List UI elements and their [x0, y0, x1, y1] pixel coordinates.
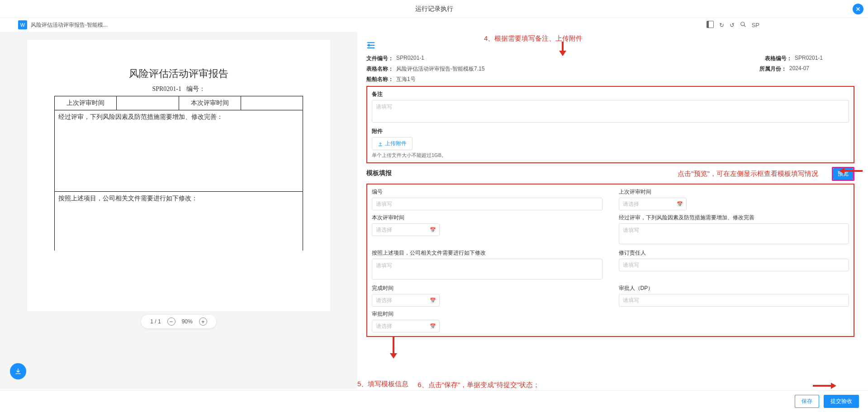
annotation-arrow [839, 168, 844, 175]
company-docs-input[interactable] [372, 259, 602, 279]
calendar-icon: 📅 [677, 201, 683, 207]
approver-input[interactable] [619, 294, 849, 307]
annotation-arrow [390, 353, 854, 360]
field-approver: 审批人（DP） [619, 284, 849, 307]
field-number: 编号 [372, 188, 602, 210]
bottom-annotations: 5、填写模板信息 6、点击"保存"，单据变成"待提交"状态； 点击"提交验收"，… [357, 380, 809, 390]
form-panel: 4、根据需要填写备注、上传附件 文件编号：SPR0201-1 表格编号：SPR0… [357, 32, 868, 389]
table-row: 按照上述项目，公司相关文件需要进行如下修改： [55, 192, 303, 251]
info-row-3: 船舶名称：互海1号 [366, 76, 854, 83]
remark-label: 备注 [372, 90, 849, 98]
zoom-out-button[interactable]: − [167, 317, 175, 326]
ship-name-value: 互海1号 [396, 76, 416, 83]
annotation-4: 4、根据需要填写备注、上传附件 [484, 34, 583, 43]
preview-table: 上次评审时间 本次评审时间 经过评审，下列风险因素及防范措施需要增加、修改完善：… [54, 96, 303, 251]
download-icon [14, 368, 22, 375]
rotate-right-icon[interactable]: ↻ [719, 22, 724, 28]
info-row-2: 表格名称：风险评估活动评审报告-智能模板7.15 所属月份：2024-07 [366, 65, 854, 73]
main-content: 风险评估活动评审报告 SPR0201-1 编号： 上次评审时间 本次评审时间 经… [0, 32, 868, 389]
cell-last-review-value [117, 96, 179, 110]
month-label: 所属月份： [759, 65, 787, 73]
template-section-header: 模板填报 点击"预览"，可在左侧显示框查看模板填写情况 预览 [366, 167, 854, 181]
close-icon [855, 6, 861, 12]
document-toolbar: W 风险评估活动评审报告-智能模... ↻ ↺ SP [0, 18, 868, 32]
upload-icon [378, 141, 383, 147]
cell-this-review-label: 本次评审时间 [179, 96, 241, 110]
field-this-review-time: 本次评审时间 📅 [372, 214, 602, 246]
table-name-value: 风险评估活动评审报告-智能模板7.15 [396, 65, 484, 73]
field-risk-factors: 经过评审，下列风险因素及防范措施需要增加、修改完善 [619, 214, 849, 246]
table-row: 经过评审，下列风险因素及防范措施需要增加、修改完善： [55, 110, 303, 192]
pdf-controls: 1 / 1 − 90% + [141, 315, 216, 328]
annotation-5: 5、填写模板信息 [357, 380, 408, 388]
sp-label[interactable]: SP [752, 22, 759, 28]
download-button[interactable] [10, 363, 26, 379]
page-title: 运行记录执行 [415, 5, 453, 13]
collapse-icon[interactable] [366, 41, 375, 51]
remark-input[interactable] [372, 100, 849, 123]
page-indicator: 1 / 1 [150, 318, 161, 325]
template-section-title: 模板填报 [366, 169, 392, 177]
table-no-label: 表格编号： [765, 55, 792, 62]
zoom-in-button[interactable]: + [199, 317, 207, 326]
preview-document: 风险评估活动评审报告 SPR0201-1 编号： 上次评审时间 本次评审时间 经… [27, 40, 330, 311]
table-name-label: 表格名称： [366, 65, 394, 73]
toolbar-actions: ↻ ↺ SP [707, 21, 759, 29]
file-no-label: 文件编号： [366, 55, 394, 62]
annotation-preview: 点击"预览"，可在左侧显示框查看模板填写情况 [678, 170, 818, 178]
number-input[interactable] [372, 198, 602, 210]
field-completion-time: 完成时间 📅 [372, 284, 602, 307]
field-last-review-time: 上次评审时间 📅 [619, 188, 849, 210]
attachment-label: 附件 [372, 128, 849, 135]
zoom-level: 90% [182, 318, 193, 325]
revision-person-input[interactable] [619, 259, 849, 271]
preview-panel: 风险评估活动评审报告 SPR0201-1 编号： 上次评审时间 本次评审时间 经… [0, 32, 357, 389]
calendar-icon: 📅 [430, 227, 436, 233]
cell-last-review-label: 上次评审时间 [55, 96, 117, 110]
rotate-left-icon[interactable]: ↺ [730, 22, 735, 28]
cell-risk-factors: 经过评审，下列风险因素及防范措施需要增加、修改完善： [55, 110, 303, 192]
annotation-arrow [831, 383, 836, 390]
search-icon[interactable] [740, 21, 746, 29]
table-row: 上次评审时间 本次评审时间 [55, 96, 303, 110]
preview-title: 风险评估活动评审报告 [32, 67, 326, 81]
info-row-1: 文件编号：SPR0201-1 表格编号：SPR0201-1 [366, 55, 854, 62]
close-button[interactable] [853, 4, 863, 14]
month-value: 2024-07 [789, 65, 809, 73]
cell-this-review-value [241, 96, 303, 110]
upload-note: 单个上传文件大小不能超过1GB。 [372, 152, 849, 159]
field-approval-time: 审批时间 📅 [372, 310, 602, 332]
ship-name-label: 船舶名称： [366, 76, 394, 83]
document-title: 风险评估活动评审报告-智能模... [31, 21, 703, 29]
form-grid: 编号 上次评审时间 📅 本次评审时间 📅 经过评审，下列风险因素及防范措施需要增… [372, 188, 849, 332]
upload-button[interactable]: 上传附件 [372, 137, 413, 150]
calendar-icon: 📅 [430, 323, 436, 329]
svg-point-0 [740, 22, 744, 25]
field-revision-person: 修订责任人 [619, 249, 849, 281]
cell-company-docs: 按照上述项目，公司相关文件需要进行如下修改： [55, 192, 303, 251]
field-company-docs: 按照上述项目，公司相关文件需要进行如下修改 [372, 249, 602, 281]
template-form-section: 编号 上次评审时间 📅 本次评审时间 📅 经过评审，下列风险因素及防范措施需要增… [366, 184, 854, 337]
preview-subtitle: SPR0201-1 编号： [32, 85, 326, 93]
remark-attachment-section: 备注 附件 上传附件 单个上传文件大小不能超过1GB。 [366, 86, 854, 163]
table-no-value: SPR0201-1 [795, 55, 823, 62]
word-icon: W [18, 20, 27, 29]
risk-factors-input[interactable] [619, 223, 849, 244]
annotation-6-line1: 6、点击"保存"，单据变成"待提交"状态； [417, 380, 542, 390]
calendar-icon: 📅 [430, 298, 436, 303]
modal-header: 运行记录执行 [0, 0, 868, 18]
layout-icon[interactable] [707, 21, 714, 29]
file-no-value: SPR0201-1 [396, 55, 424, 62]
annotation-arrow [559, 51, 566, 57]
